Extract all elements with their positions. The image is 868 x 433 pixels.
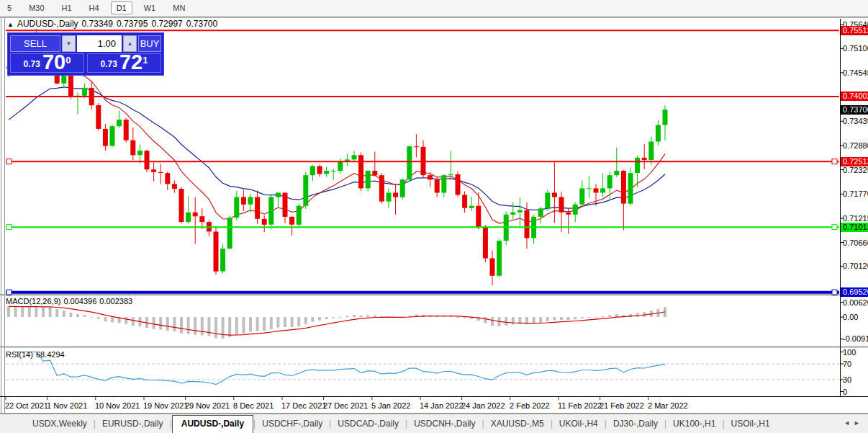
macd-histogram-bar: [636, 313, 639, 317]
candle-body: [462, 195, 467, 208]
one-click-trading-panel: SELL ▼ ▲ BUY 0.73700 0.73721: [7, 32, 164, 76]
macd-histogram-bar: [608, 315, 611, 317]
volume-increase-button[interactable]: ▲: [123, 35, 137, 52]
tabs-scroll-right-icon[interactable]: ►: [854, 419, 864, 427]
macd-histogram-bar: [276, 317, 279, 327]
candle-body: [497, 241, 502, 276]
macd-histogram-bar: [291, 317, 294, 327]
macd-histogram-bar: [69, 313, 72, 317]
macd-histogram-bar: [587, 317, 590, 318]
candle-body: [303, 175, 308, 206]
macd-histogram-bar: [539, 317, 542, 323]
chart-tab-uk100h1[interactable]: UK100-,H1: [666, 416, 722, 432]
date-axis-tick: 21 Feb 2022: [600, 401, 644, 410]
macd-histogram-bar: [567, 317, 570, 320]
panel-collapse-icon[interactable]: ▲: [7, 21, 14, 28]
candle-body: [469, 206, 474, 208]
candle-body: [517, 210, 523, 213]
price-axis-tick: 0.72325: [843, 166, 868, 174]
volume-input[interactable]: [77, 35, 122, 52]
chart-tab-xauusdm5[interactable]: XAUUSD-,M5: [484, 416, 551, 432]
macd-histogram-bar: [214, 317, 217, 338]
buy-price-sup: 1: [143, 57, 148, 64]
buy-price-display[interactable]: 0.73721: [87, 53, 161, 73]
candle-body: [96, 105, 101, 129]
buy-button[interactable]: BUY: [138, 35, 161, 52]
macd-histogram-bar: [574, 317, 577, 319]
chart-tab-usdchfdaily[interactable]: USDCHF-,Daily: [256, 416, 329, 432]
macd-histogram-bar: [332, 317, 335, 318]
date-axis-tick: 29 Nov 2021: [185, 401, 230, 410]
macd-histogram-bar: [256, 317, 259, 331]
price-axis-tick: 0.71770: [843, 189, 868, 198]
ohlc-open: 0.73349: [82, 19, 113, 29]
candle-body: [656, 125, 661, 142]
macd-histogram-bar: [249, 317, 252, 331]
candle-body: [441, 175, 446, 192]
date-axis-tick: 24 Jan 2022: [461, 401, 505, 410]
candle-body: [165, 173, 170, 184]
candle-body: [310, 166, 315, 176]
candle-body: [386, 193, 392, 202]
line-handle-right[interactable]: [832, 159, 837, 164]
macd-histogram-bar: [55, 309, 58, 317]
macd-histogram-bar: [595, 317, 597, 318]
macd-histogram-bar: [242, 317, 245, 334]
candle-body: [600, 188, 605, 192]
date-axis-tick: 22 Oct 2021: [5, 401, 48, 410]
macd-histogram-bar: [263, 317, 266, 331]
chart-tab-usdxweekly[interactable]: USDX,Weekly: [26, 416, 94, 432]
macd-histogram-bar: [353, 315, 356, 317]
candle-body: [199, 216, 204, 222]
candle-body: [435, 179, 440, 192]
macd-histogram-bar: [560, 317, 563, 320]
level-price-label: 0.71013: [841, 223, 868, 232]
macd-histogram-bar: [28, 307, 31, 317]
sell-button[interactable]: SELL: [10, 35, 60, 52]
candle-body: [214, 232, 219, 272]
chart-tab-usoilh1[interactable]: USOil-,H1: [725, 416, 777, 432]
candle-body: [193, 213, 198, 217]
macd-histogram-bar: [125, 317, 127, 324]
date-axis-tick: 5 Jan 2022: [371, 401, 410, 410]
candle-body: [552, 193, 557, 197]
macd-histogram-bar: [159, 317, 162, 330]
chart-tab-eurusddaily[interactable]: EURUSD-,Daily: [96, 416, 170, 432]
current-price-label: 0.73700: [841, 105, 868, 115]
line-handle-left[interactable]: [6, 159, 12, 164]
candle-body: [663, 110, 668, 125]
candle-body: [186, 213, 191, 222]
macd-histogram-bar: [63, 311, 65, 317]
candle-body: [117, 120, 122, 126]
macd-histogram-bar: [297, 317, 300, 326]
buy-price-big: 72: [119, 53, 143, 71]
macd-histogram-bar: [222, 317, 225, 339]
chart-tab-usdcnhdaily[interactable]: USDCNH-,Daily: [407, 416, 482, 432]
chart-tab-audusddaily[interactable]: AUDUSD-,Daily: [172, 415, 253, 433]
line-handle-right[interactable]: [832, 225, 837, 230]
level-price-label: 0.75512: [841, 26, 868, 35]
price-axis-tick: 0.75100: [843, 44, 868, 53]
macd-histogram-bar: [512, 317, 515, 325]
volume-decrease-button[interactable]: ▼: [62, 35, 76, 52]
tabs-scroll-left-icon[interactable]: ◄: [844, 419, 854, 427]
date-axis-tick: 1 Nov 2021: [47, 401, 87, 410]
macd-histogram-bar: [83, 315, 86, 317]
macd-histogram-bar: [581, 317, 584, 318]
macd-histogram-bar: [7, 306, 10, 317]
chart-tab-dj30daily[interactable]: DJ30-,Daily: [607, 416, 664, 432]
ohlc-close: 0.73700: [186, 19, 217, 29]
date-axis-tick: 27 Dec 2021: [323, 401, 368, 410]
date-axis-tick: 2 Feb 2022: [510, 401, 550, 410]
ohlc-high: 0.73795: [117, 19, 148, 29]
line-handle-left[interactable]: [6, 225, 12, 230]
candle-body: [110, 126, 115, 146]
chart-tab-ukoilh4[interactable]: UKOil-,H4: [553, 416, 605, 432]
chart-tab-usdcaddaily[interactable]: USDCAD-,Daily: [331, 416, 405, 432]
candle-body: [510, 213, 515, 215]
macd-histogram-bar: [132, 317, 135, 326]
sell-price-display[interactable]: 0.73700: [10, 53, 84, 73]
candle-body: [172, 184, 177, 189]
candle-body: [393, 193, 398, 197]
candle-body: [607, 175, 612, 188]
